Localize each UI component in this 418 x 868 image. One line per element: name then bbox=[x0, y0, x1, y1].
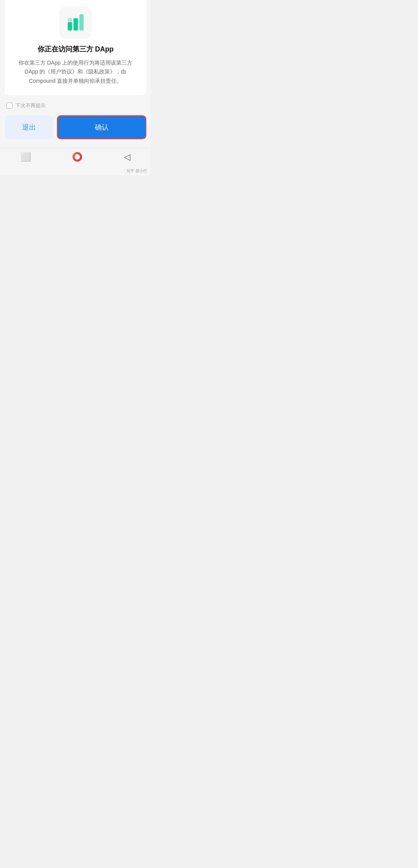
no-remind-checkbox[interactable] bbox=[6, 103, 12, 109]
dapp-icon-wrapper bbox=[60, 7, 91, 38]
modal-main-title: 你正在访问第三方 DApp bbox=[38, 44, 114, 54]
svg-rect-4 bbox=[68, 22, 72, 31]
exit-button[interactable]: 退出 bbox=[5, 115, 53, 139]
watermark-text: 知乎 @小巴 bbox=[127, 169, 147, 173]
home-icon[interactable]: ⬜ bbox=[21, 152, 31, 162]
modal-overlay: 访问说明 你正在访问第三方 DApp 你在第三方 DApp 上的使用行为将适用该… bbox=[0, 28, 151, 148]
svg-rect-5 bbox=[74, 18, 78, 31]
watermark: 知乎 @小巴 bbox=[0, 167, 151, 175]
svg-rect-7 bbox=[68, 18, 72, 22]
circle-icon[interactable]: ⭕ bbox=[72, 152, 82, 162]
compound-dapp-icon bbox=[65, 12, 86, 32]
modal-description: 你在第三方 DApp 上的使用行为将适用该第三方 DApp 的《用户协议》和《隐… bbox=[12, 58, 139, 86]
confirm-button[interactable]: 确认 bbox=[57, 115, 146, 139]
back-icon[interactable]: ◁ bbox=[124, 152, 130, 162]
modal-sheet: 访问说明 你正在访问第三方 DApp 你在第三方 DApp 上的使用行为将适用该… bbox=[0, 0, 151, 148]
svg-rect-6 bbox=[79, 14, 84, 31]
compound-app: Compound 连接钱包 净APY 抵押余额 借贷余额 借入限额 0% bbox=[0, 28, 151, 148]
modal-content-card: 你正在访问第三方 DApp 你在第三方 DApp 上的使用行为将适用该第三方 D… bbox=[5, 0, 146, 95]
action-buttons: 退出 确认 bbox=[0, 111, 151, 142]
checkbox-label: 下次不再提示 bbox=[15, 102, 46, 109]
checkbox-row[interactable]: 下次不再提示 bbox=[0, 98, 151, 111]
bottom-nav: ⬜ ⭕ ◁ bbox=[0, 148, 151, 167]
